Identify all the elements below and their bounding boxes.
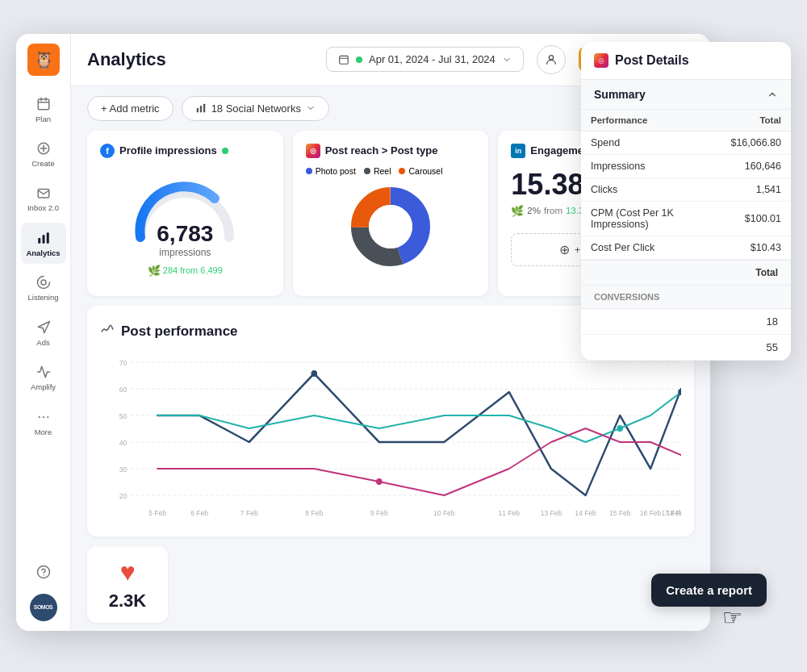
- table-row: Clicks 1,541: [581, 177, 791, 201]
- svg-point-14: [38, 415, 40, 417]
- sidebar: 🦉 Plan Create Inbox 2.0: [16, 34, 71, 631]
- summary-bar[interactable]: Summary: [581, 80, 791, 110]
- photo-dot: [306, 168, 312, 174]
- gauge-wrapper: 6,783 impressions 🌿 284 from 6,499: [100, 166, 270, 283]
- svg-rect-19: [340, 56, 349, 64]
- sidebar-item-listening[interactable]: Listening: [21, 267, 66, 308]
- sidebar-item-create[interactable]: Create: [21, 133, 66, 174]
- ads-icon: [35, 319, 52, 336]
- cpm-label: CPM (Cost Per 1K Impressions): [581, 201, 721, 236]
- post-reach-card: ◎ Post reach > Post type Photo post Reel: [293, 131, 489, 296]
- svg-text:15 Feb: 15 Feb: [609, 508, 631, 516]
- line-chart: 70 60 50 40 30 20 5 Feb 6 Feb 7 Feb 8 Fe…: [100, 354, 681, 524]
- table-row: Impressions 160,646: [581, 154, 791, 177]
- heart-icon: ♥: [120, 557, 136, 587]
- carousel-label: Carousel: [408, 166, 442, 176]
- date-picker-button[interactable]: Apr 01, 2024 - Jul 31, 2024: [326, 47, 524, 72]
- svg-text:10 Feb: 10 Feb: [433, 508, 455, 516]
- svg-rect-2: [38, 99, 49, 110]
- post-perf-title: Post performance: [100, 323, 238, 340]
- plan-icon: [35, 95, 52, 113]
- active-dot: [356, 56, 362, 63]
- spend-value: $16,066.80: [721, 131, 791, 154]
- inbox-icon: [35, 184, 52, 202]
- total-row: Total: [581, 260, 791, 286]
- profile-impressions-title: Profile impressions: [119, 144, 217, 157]
- post-details-title: Post Details: [615, 53, 689, 68]
- svg-text:50: 50: [119, 411, 128, 419]
- sidebar-item-amplify[interactable]: Amplify: [21, 357, 66, 398]
- donut-wrapper: [306, 182, 476, 271]
- avatar-text: SOMOS: [34, 604, 53, 610]
- live-dot: [222, 148, 228, 154]
- post-reach-title: Post reach > Post type: [325, 144, 438, 157]
- analytics-icon: [35, 229, 52, 247]
- conversion-row-1: 18: [581, 309, 791, 335]
- cpc-value: $10.43: [721, 236, 791, 259]
- sidebar-item-inbox[interactable]: Inbox 2.0: [21, 177, 66, 219]
- networks-label: 18 Social Networks: [211, 102, 301, 115]
- svg-point-29: [369, 205, 412, 248]
- sidebar-item-ads[interactable]: Ads: [21, 312, 66, 353]
- conversion-row-2: 55: [581, 335, 791, 361]
- profile-impressions-header: f Profile impressions: [100, 144, 270, 158]
- donut-legend: Photo post Reel Carousel: [306, 166, 476, 176]
- heart-stat-card: ♥ 2.3K: [87, 546, 168, 623]
- create-report-tooltip[interactable]: Create a report: [651, 574, 767, 607]
- svg-text:40: 40: [119, 438, 128, 446]
- post-reach-header: ◎ Post reach > Post type: [306, 144, 476, 158]
- sidebar-item-help[interactable]: [21, 557, 66, 587]
- post-details-panel: ◎ Post Details Summary Performance Total…: [581, 42, 791, 361]
- cpc-label: Cost Per Click: [581, 236, 721, 259]
- svg-text:8 Feb: 8 Feb: [305, 508, 323, 516]
- add-metric-button[interactable]: + Add metric: [87, 96, 174, 121]
- legend-photo: Photo post: [306, 166, 356, 176]
- page-title: Analytics: [87, 49, 313, 70]
- sidebar-item-analytics-label: Analytics: [26, 249, 60, 257]
- user-avatar[interactable]: SOMOS: [30, 594, 57, 621]
- svg-rect-23: [199, 106, 201, 112]
- summary-label: Summary: [594, 88, 646, 101]
- table-row: Cost Per Click $10.43: [581, 236, 791, 259]
- conversion-value-2: 55: [767, 341, 778, 353]
- table-row: Spend $16,066.80: [581, 131, 791, 154]
- legend-reel: Reel: [364, 166, 391, 176]
- sidebar-item-analytics[interactable]: Analytics: [21, 223, 66, 264]
- conversions-header: CONVERSIONS: [581, 286, 791, 309]
- listening-icon: [35, 273, 52, 291]
- date-range-text: Apr 01, 2024 - Jul 31, 2024: [369, 53, 495, 65]
- gauge-label: impressions: [159, 247, 211, 258]
- networks-button[interactable]: 18 Social Networks: [182, 96, 329, 121]
- add-metric-label: + Add metric: [101, 102, 160, 115]
- sidebar-item-ads-label: Ads: [36, 339, 49, 347]
- svg-point-56: [376, 478, 383, 485]
- svg-text:6 Feb: 6 Feb: [190, 508, 208, 516]
- reel-dot: [364, 168, 370, 174]
- post-perf-icon: [100, 324, 115, 339]
- engagement-change-text: from: [544, 206, 562, 215]
- app-logo[interactable]: 🦉: [27, 44, 60, 76]
- sidebar-item-more[interactable]: More: [21, 402, 66, 443]
- conversion-value-1: 18: [767, 315, 778, 328]
- sidebar-item-plan[interactable]: Plan: [21, 89, 66, 130]
- performance-col-header: Performance: [581, 110, 721, 131]
- user-profile-button[interactable]: [537, 45, 566, 74]
- amplify-icon: [35, 363, 52, 381]
- sidebar-item-create-label: Create: [31, 160, 55, 168]
- svg-rect-11: [42, 235, 44, 244]
- gauge-value: 6,783: [157, 221, 213, 247]
- total-col-header: Total: [721, 110, 791, 131]
- svg-text:11 Feb: 11 Feb: [499, 508, 521, 516]
- more-icon: [35, 408, 52, 426]
- engagement-change-pct: 2%: [527, 206, 541, 215]
- svg-text:13 Feb: 13 Feb: [541, 508, 562, 516]
- svg-text:60: 60: [119, 385, 128, 393]
- performance-table: Performance Total Spend $16,066.80 Impre…: [581, 110, 791, 260]
- svg-text:16 Feb: 16 Feb: [640, 508, 662, 516]
- clicks-label: Clicks: [581, 177, 721, 201]
- sidebar-item-amplify-label: Amplify: [31, 383, 56, 391]
- profile-impressions-card: f Profile impressions: [87, 131, 283, 296]
- svg-text:70: 70: [119, 358, 128, 366]
- instagram-icon: ◎: [306, 144, 320, 158]
- carousel-dot: [399, 168, 405, 174]
